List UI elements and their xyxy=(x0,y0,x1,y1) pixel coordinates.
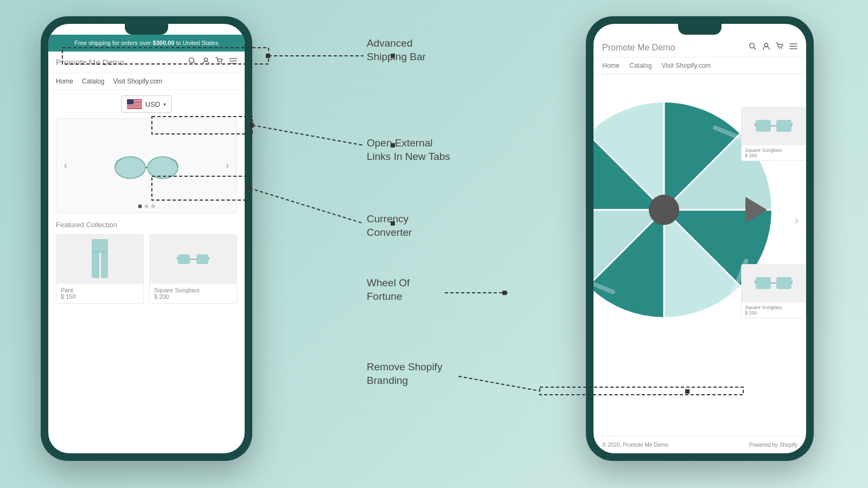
svg-rect-57 xyxy=(756,277,771,289)
slider-prev-arrow[interactable]: ‹ xyxy=(60,156,72,176)
right-sunglass-icon-bottom xyxy=(755,273,793,294)
scroll-right-arrow[interactable]: › xyxy=(795,214,799,228)
svg-point-4 xyxy=(221,63,222,64)
product-name-sunglass: Square Sunglass xyxy=(154,287,232,293)
nav-visit-shopify[interactable]: Visit Shopify.com xyxy=(113,78,162,85)
right-phone-frame: Promote Me Demo Home Catalog Visit S xyxy=(586,16,814,461)
slider-next-arrow[interactable]: › xyxy=(221,156,233,176)
svg-rect-19 xyxy=(127,108,142,108)
product-name-pant: Pant xyxy=(61,287,139,293)
search-icon[interactable] xyxy=(188,57,196,67)
slider-dots xyxy=(138,204,155,208)
annotation-remove-branding: Remove Shopify Branding xyxy=(367,361,442,387)
store-nav-right: Home Catalog Visit Shopify.com xyxy=(593,57,806,74)
cart-icon-right[interactable] xyxy=(776,42,784,53)
left-phone-frame: Free shipping for orders over $300.00 to… xyxy=(41,16,252,461)
svg-point-34 xyxy=(765,43,768,47)
svg-rect-17 xyxy=(127,106,142,107)
menu-icon[interactable] xyxy=(229,57,237,67)
product-info-sunglass: Square Sunglass $ 200 xyxy=(150,284,237,303)
dot-2 xyxy=(145,204,149,208)
left-phone-screen: Free shipping for orders over $300.00 to… xyxy=(48,24,245,453)
currency-row: USD ▾ xyxy=(48,90,245,118)
store-nav-left: Home Catalog Visit Shopify.com xyxy=(48,73,245,90)
header-icons-right xyxy=(749,42,797,53)
account-icon-right[interactable] xyxy=(762,42,770,53)
svg-rect-30 xyxy=(178,254,190,264)
dot-3 xyxy=(151,204,155,208)
product-info-pant: Pant $ 150 xyxy=(56,284,143,303)
svg-rect-55 xyxy=(756,120,771,132)
account-icon[interactable] xyxy=(202,57,210,67)
hero-slider[interactable]: ‹ › xyxy=(56,118,237,213)
right-phone-notch xyxy=(678,24,722,35)
annotation-open-external: Open External Links In New Tabs xyxy=(367,137,450,163)
currency-badge[interactable]: USD ▾ xyxy=(121,95,172,113)
nav-home-right[interactable]: Home xyxy=(602,62,620,69)
svg-point-2 xyxy=(205,58,208,61)
product-image-sunglass xyxy=(150,235,237,284)
currency-code: USD xyxy=(145,100,160,108)
store-header-right: Promote Me Demo xyxy=(593,35,806,57)
search-icon-right[interactable] xyxy=(749,42,757,53)
product-card-sunglass[interactable]: Square Sunglass $ 200 xyxy=(149,234,237,304)
right-product-name-bottom: Square Sunglass xyxy=(745,305,802,310)
footer-powered: Powered by Shopify xyxy=(749,442,797,448)
svg-point-3 xyxy=(219,63,220,64)
left-phone-notch xyxy=(125,24,168,35)
cart-icon[interactable] xyxy=(215,57,224,67)
wheel-container: › Square Sunglass $ 200 xyxy=(593,74,806,367)
store-header-left: Promote Me Demo xyxy=(48,52,245,73)
nav-visit-shopify-right[interactable]: Visit Shopify.com xyxy=(661,62,711,69)
product-price-sunglass: $ 200 xyxy=(154,293,232,300)
svg-line-1 xyxy=(194,62,196,65)
nav-catalog[interactable]: Catalog xyxy=(82,78,104,85)
currency-chevron: ▾ xyxy=(163,101,166,107)
annotation-currency-converter: Currency Converter xyxy=(367,213,412,239)
nav-home[interactable]: Home xyxy=(56,78,73,85)
right-product-info-bottom: Square Sunglass $ 200 xyxy=(742,303,806,318)
svg-rect-16 xyxy=(127,105,142,106)
svg-rect-56 xyxy=(776,120,792,132)
product-price-pant: $ 150 xyxy=(61,293,139,300)
svg-point-53 xyxy=(649,195,679,225)
right-product-image-bottom xyxy=(742,265,806,303)
svg-line-64 xyxy=(252,125,363,145)
right-product-price-top: $ 200 xyxy=(745,153,802,158)
shipping-bar-text: Free shipping for orders over $300.00 to… xyxy=(74,40,218,46)
pant-icon xyxy=(86,239,113,280)
svg-line-68 xyxy=(250,188,363,223)
dot-1 xyxy=(138,204,142,208)
svg-rect-31 xyxy=(196,254,208,264)
svg-point-36 xyxy=(781,48,782,49)
svg-rect-61 xyxy=(266,54,270,58)
svg-rect-27 xyxy=(92,251,99,278)
svg-rect-20 xyxy=(127,108,142,109)
menu-icon-right[interactable] xyxy=(789,42,797,53)
right-sunglass-icon-top xyxy=(755,115,793,137)
svg-rect-21 xyxy=(127,99,133,105)
svg-rect-72 xyxy=(502,291,507,295)
featured-title: Featured Collection xyxy=(56,221,237,229)
svg-rect-18 xyxy=(127,107,142,107)
right-product-card-bottom[interactable]: Square Sunglass $ 200 xyxy=(741,264,806,318)
footer-copyright: © 2020, Promote Me Demo xyxy=(602,442,668,448)
right-product-name-top: Square Sunglass xyxy=(745,147,802,153)
svg-point-35 xyxy=(779,48,780,49)
annotation-wheel-fortune: Wheel Of Fortune xyxy=(367,277,410,303)
right-phone-screen: Promote Me Demo Home Catalog Visit S xyxy=(593,24,806,453)
right-product-price-bottom: $ 200 xyxy=(745,310,802,316)
featured-section: Featured Collection Pant $ 150 xyxy=(48,213,245,304)
right-product-card-top[interactable]: Square Sunglass $ 200 xyxy=(741,107,806,161)
product-image-pant xyxy=(56,235,143,284)
header-icons-left xyxy=(188,57,237,67)
sunglass-sm-icon xyxy=(177,250,209,269)
us-flag-icon xyxy=(127,99,142,109)
svg-line-33 xyxy=(754,48,756,50)
hero-sunglasses-icon xyxy=(108,147,184,185)
product-grid: Pant $ 150 xyxy=(56,234,237,304)
store-title-left: Promote Me Demo xyxy=(56,57,188,67)
product-card-pant[interactable]: Pant $ 150 xyxy=(56,234,144,304)
nav-catalog-right[interactable]: Catalog xyxy=(629,62,652,69)
svg-rect-28 xyxy=(101,251,108,278)
